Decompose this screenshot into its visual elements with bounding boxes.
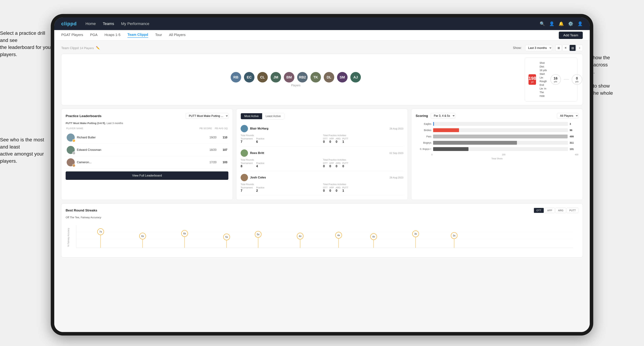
streaks-header: Best Round Streaks OTT APP ARG PUTT xyxy=(66,208,578,213)
practice-val: 2 xyxy=(256,189,264,192)
team-controls: Show: Last 3 months ⊞ ≡ ▤ ↕ xyxy=(513,45,583,51)
scoring-filter-players[interactable]: All Players xyxy=(557,113,578,119)
nav-home[interactable]: Home xyxy=(86,21,96,26)
bar-track xyxy=(433,135,568,138)
active-player-date: 02 Sep 2023 xyxy=(390,152,404,155)
player-avatar[interactable]: TK xyxy=(310,72,321,82)
player-avg: 110 xyxy=(218,136,227,139)
rank-badge-gold: 1 xyxy=(72,139,76,142)
player-avatar[interactable]: RB xyxy=(231,72,241,82)
search-icon[interactable]: 🔍 xyxy=(540,21,545,26)
scoring-panel: Scoring Par 3, 4 & 5s All Players Eagles xyxy=(411,109,583,200)
col-score-label: PB SCORE xyxy=(200,127,212,130)
app-val: 0 xyxy=(329,165,334,168)
shot-circle-2: 0 yds xyxy=(572,74,582,85)
view-sort-icon[interactable]: ↕ xyxy=(576,45,583,51)
player-avatars: RB EC CL JM BM RB2 TK DL SM AJ xyxy=(67,72,525,82)
shot-info: Shot Dist: 16 yds Start Lie: Rough End L… xyxy=(540,61,547,98)
active-player-name: Josh Coles xyxy=(250,176,388,179)
view-list-icon[interactable]: ≡ xyxy=(562,45,569,51)
player-avatar[interactable]: AJ xyxy=(350,72,361,82)
active-player-avatar xyxy=(240,149,248,157)
bar-row-dbogeys: D. Bogeys + 131 xyxy=(418,147,576,151)
view-grid-icon[interactable]: ⊞ xyxy=(556,45,562,51)
subnav-team-clippd[interactable]: Team Clippd xyxy=(128,33,148,38)
leaderboard-subtitle: PUTT Must Make Putting (3-6 ft), Last 3 … xyxy=(66,122,228,125)
most-active-tab[interactable]: Most Active xyxy=(241,113,262,119)
active-player-header: Blair McHarg 26 Aug 2023 xyxy=(240,125,404,132)
total-practice-label: Total Practice Activities xyxy=(323,183,404,185)
least-active-tab[interactable]: Least Active xyxy=(262,113,284,119)
bar-track xyxy=(433,147,568,151)
total-practice-label: Total Practice Activities xyxy=(323,134,404,137)
svg-text:6x: 6x xyxy=(142,235,144,237)
settings-icon[interactable]: ⚙️ xyxy=(568,21,573,26)
panel-title: Practice Leaderboards xyxy=(66,114,102,118)
start-lie-label: Start Lie: Rough xyxy=(540,72,547,83)
player-avatar: 2 xyxy=(67,146,75,154)
player-avatar[interactable]: CL xyxy=(257,72,268,82)
subnav: PGAT Players PGA Hcaps 1-5 Team Clippd T… xyxy=(54,30,590,40)
streaks-tab-arg[interactable]: ARG xyxy=(556,208,566,213)
active-player-name: Blair McHarg xyxy=(250,127,388,130)
tournament-val: 7 xyxy=(240,140,253,144)
putt-val: 1 xyxy=(342,140,348,144)
view-full-leaderboard-button[interactable]: View Full Leaderboard xyxy=(66,172,228,180)
player-avatar[interactable]: SM xyxy=(337,72,348,82)
player-avatar[interactable]: RB2 xyxy=(297,72,308,82)
bar-track xyxy=(433,141,568,145)
arg-val: 0 xyxy=(336,189,340,192)
lb-col-headers: PLAYER NAME PB SCORE PB AVG SQ xyxy=(66,127,228,130)
tablet-frame: clippd Home Teams My Performance 🔍 👤 🔔 ⚙… xyxy=(51,14,593,336)
subnav-hcaps[interactable]: Hcaps 1-5 xyxy=(104,33,120,37)
active-player-date: 26 Aug 2023 xyxy=(390,176,404,179)
edit-icon[interactable]: ✏️ xyxy=(96,46,100,50)
nav-teams[interactable]: Teams xyxy=(103,21,114,26)
streaks-tab-ott[interactable]: OTT xyxy=(534,208,544,213)
subnav-right: Add Team xyxy=(559,32,583,39)
nav-my-performance[interactable]: My Performance xyxy=(121,21,149,26)
bell-icon[interactable]: 🔔 xyxy=(558,21,564,26)
tournament-val: 7 xyxy=(240,189,253,192)
subnav-tour[interactable]: Tour xyxy=(155,33,162,37)
streaks-tab-putt[interactable]: PUTT xyxy=(567,208,578,213)
svg-text:4x: 4x xyxy=(372,235,375,238)
shot-panel: 198 yd Shot Dist: 16 yds Start Lie: Roug… xyxy=(525,57,577,102)
drill-select[interactable]: PUTT Must Make Putting ... xyxy=(186,113,228,119)
chart-axis: 0 200 400 xyxy=(416,154,578,156)
player-avatar[interactable]: EC xyxy=(244,72,254,82)
annotation-bottom-left: See who is the most and leastactive amon… xyxy=(0,136,51,165)
table-row: 2 Edward Crossman 18/20 107 xyxy=(66,144,228,156)
navbar-icons: 🔍 👤 🔔 ⚙️ 👤 xyxy=(540,21,583,26)
active-player-card: Josh Coles 26 Aug 2023 Total Rounds Tour… xyxy=(240,171,404,195)
bar-label: Birdies xyxy=(418,129,432,132)
practice-val: 6 xyxy=(256,140,264,144)
player-avatar[interactable]: BM xyxy=(284,72,294,82)
bar-value: 499 xyxy=(570,135,576,138)
total-rounds-label: Total Rounds xyxy=(240,183,321,185)
three-column-grid: Practice Leaderboards PUTT Must Make Put… xyxy=(61,109,583,200)
subnav-pgat[interactable]: PGAT Players xyxy=(61,33,83,37)
player-avatar[interactable]: DL xyxy=(324,72,334,82)
view-detail-icon[interactable]: ▤ xyxy=(570,45,576,51)
streaks-tabs: OTT APP ARG PUTT xyxy=(534,208,578,213)
user-avatar-icon[interactable]: 👤 xyxy=(578,21,583,26)
add-team-button[interactable]: Add Team xyxy=(559,32,583,39)
col-avg-label: PB AVG SQ xyxy=(215,127,228,130)
show-select[interactable]: Last 3 months xyxy=(525,45,552,51)
annotation-top-left: Select a practice drill and seethe leade… xyxy=(0,30,51,58)
scoring-filter-par[interactable]: Par 3, 4 & 5s xyxy=(431,113,455,119)
total-rounds-label: Total Rounds xyxy=(240,159,321,161)
ott-val: 0 xyxy=(323,140,328,144)
rank-badge-silver: 2 xyxy=(72,152,76,155)
subnav-all-players[interactable]: All Players xyxy=(169,33,186,37)
people-icon[interactable]: 👤 xyxy=(549,21,554,26)
shot-circle2-unit: yds xyxy=(575,80,578,83)
active-player-avatar xyxy=(240,174,248,181)
player-avatar[interactable]: JM xyxy=(270,72,281,82)
bar-value: 3 xyxy=(570,123,576,125)
subnav-pga[interactable]: PGA xyxy=(90,33,98,37)
bar-chart: Eagles 3 Birdies 96 xyxy=(416,122,578,151)
streaks-section: Best Round Streaks OTT APP ARG PUTT Off … xyxy=(61,203,583,257)
streaks-tab-app[interactable]: APP xyxy=(544,208,555,213)
